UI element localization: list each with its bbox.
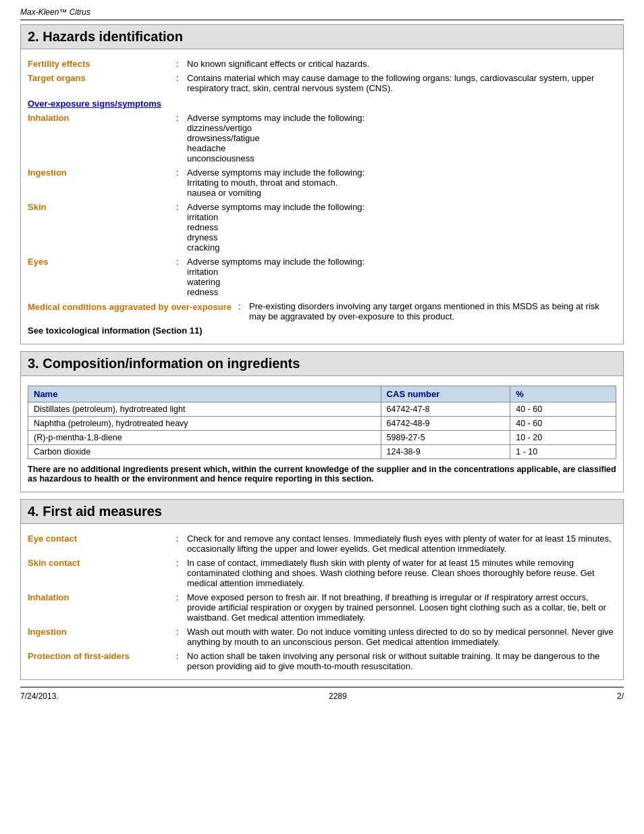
document-footer: 7/24/2013. 2289 2/	[20, 687, 624, 701]
skin-value: Adverse symptoms may include the followi…	[187, 202, 616, 253]
colon-6: :	[176, 257, 187, 297]
colon-11: :	[176, 627, 187, 647]
inhalation-value: Adverse symptoms may include the followi…	[187, 113, 616, 163]
ingestion-first-aid-value: Wash out mouth with water. Do not induce…	[187, 627, 616, 647]
medical-row: Medical conditions aggravated by over-ex…	[28, 301, 616, 321]
ingredient-cas: 124-38-9	[381, 445, 510, 459]
footer-doc-number: 2289	[329, 692, 347, 701]
ingredient-name: Naphtha (petroleum), hydrotreated heavy	[28, 417, 381, 431]
ingredient-cas: 5989-27-5	[381, 431, 510, 445]
overexposure-title: Over-exposure signs/symptoms	[28, 99, 616, 109]
product-name: Max-Kleen™ Citrus	[20, 7, 90, 17]
colon-4: :	[176, 167, 187, 198]
eye-contact-value: Check for and remove any contact lenses.…	[187, 533, 616, 554]
section-4: 4. First aid measures Eye contact : Chec…	[20, 499, 624, 680]
skin-label: Skin	[28, 202, 176, 253]
ingestion-value: Adverse symptoms may include the followi…	[187, 167, 616, 198]
eye-contact-label: Eye contact	[28, 533, 176, 554]
col-header-cas: CAS number	[381, 386, 510, 402]
colon-1: :	[176, 59, 187, 69]
section-3-title: 3. Composition/information on ingredient…	[21, 352, 623, 376]
inhalation-first-aid-row: Inhalation : Move exposed person to fres…	[28, 592, 616, 623]
footer-date: 7/24/2013.	[20, 692, 59, 701]
colon-7: :	[238, 301, 249, 321]
medical-value: Pre-existing disorders involving any tar…	[249, 301, 616, 321]
eyes-row: Eyes : Adverse symptoms may include the …	[28, 257, 616, 297]
inhalation-label: Inhalation	[28, 113, 176, 163]
colon-5: :	[176, 202, 187, 253]
table-row: (R)-p-mentha-1,8-diene 5989-27-5 10 - 20	[28, 431, 616, 445]
ingestion-row: Ingestion : Adverse symptoms may include…	[28, 167, 616, 198]
table-row: Distillates (petroleum), hydrotreated li…	[28, 402, 616, 417]
colon-8: :	[176, 533, 187, 554]
colon-12: :	[176, 651, 187, 671]
inhalation-first-aid-value: Move exposed person to fresh air. If not…	[187, 592, 616, 623]
eyes-value: Adverse symptoms may include the followi…	[187, 257, 616, 297]
fertility-label: Fertility effects	[28, 59, 176, 69]
skin-contact-value: In case of contact, immediately flush sk…	[187, 558, 616, 588]
section-2: 2. Hazards identification Fertility effe…	[20, 24, 624, 344]
table-row: Carbon dioxide 124-38-9 1 - 10	[28, 445, 616, 459]
document-header: Max-Kleen™ Citrus	[20, 7, 624, 20]
col-header-pct: %	[510, 386, 616, 402]
ingestion-label: Ingestion	[28, 167, 176, 198]
colon-2: :	[176, 73, 187, 93]
ingredient-pct: 40 - 60	[510, 417, 616, 431]
ingestion-first-aid-label: Ingestion	[28, 627, 176, 647]
protection-label: Protection of first-aiders	[28, 651, 176, 671]
target-organs-value: Contains material which may cause damage…	[187, 73, 616, 93]
section-4-title: 4. First aid measures	[21, 500, 623, 524]
medical-label: Medical conditions aggravated by over-ex…	[28, 301, 238, 321]
protection-value: No action shall be taken involving any p…	[187, 651, 616, 671]
col-header-name: Name	[28, 386, 381, 402]
section-2-title: 2. Hazards identification	[21, 25, 623, 49]
ingredient-name: Carbon dioxide	[28, 445, 381, 459]
colon-3: :	[176, 113, 187, 163]
ingredient-pct: 1 - 10	[510, 445, 616, 459]
colon-10: :	[176, 592, 187, 623]
inhalation-first-aid-label: Inhalation	[28, 592, 176, 623]
ingredient-cas: 64742-47-8	[381, 402, 510, 417]
ingredients-note: There are no additional ingredients pres…	[28, 465, 616, 484]
colon-9: :	[176, 558, 187, 588]
section-3: 3. Composition/information on ingredient…	[20, 351, 624, 492]
ingredients-table: Name CAS number % Distillates (petroleum…	[28, 386, 616, 459]
see-toxicology-note: See toxicological information (Section 1…	[28, 325, 616, 336]
footer-page: 2/	[617, 692, 624, 701]
fertility-row: Fertility effects : No known significant…	[28, 59, 616, 69]
table-row: Naphtha (petroleum), hydrotreated heavy …	[28, 417, 616, 431]
ingredient-pct: 40 - 60	[510, 402, 616, 417]
ingredient-cas: 64742-48-9	[381, 417, 510, 431]
skin-contact-row: Skin contact : In case of contact, immed…	[28, 558, 616, 588]
skin-contact-label: Skin contact	[28, 558, 176, 588]
eyes-label: Eyes	[28, 257, 176, 297]
ingredient-name: Distillates (petroleum), hydrotreated li…	[28, 402, 381, 417]
protection-row: Protection of first-aiders : No action s…	[28, 651, 616, 671]
target-organs-label: Target organs	[28, 73, 176, 93]
inhalation-row: Inhalation : Adverse symptoms may includ…	[28, 113, 616, 163]
fertility-value: No known significant effects or critical…	[187, 59, 616, 69]
skin-row: Skin : Adverse symptoms may include the …	[28, 202, 616, 253]
eye-contact-row: Eye contact : Check for and remove any c…	[28, 533, 616, 554]
target-organs-row: Target organs : Contains material which …	[28, 73, 616, 93]
ingredient-name: (R)-p-mentha-1,8-diene	[28, 431, 381, 445]
ingestion-first-aid-row: Ingestion : Wash out mouth with water. D…	[28, 627, 616, 647]
ingredient-pct: 10 - 20	[510, 431, 616, 445]
